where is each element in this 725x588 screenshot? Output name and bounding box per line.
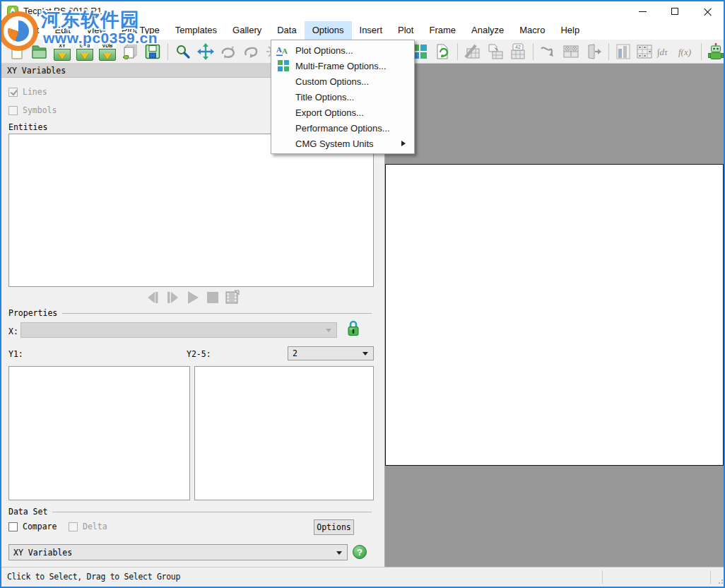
y1-variables-listbox[interactable] bbox=[8, 366, 190, 500]
lines-label: Lines bbox=[23, 87, 47, 97]
data-set-options-button[interactable]: Options bbox=[314, 519, 354, 535]
lines-checkbox-box[interactable] bbox=[8, 88, 18, 97]
measure-grid-button[interactable] bbox=[464, 42, 482, 61]
menu-plot-type[interactable]: Plot Type bbox=[114, 21, 167, 40]
y2-5-combobox[interactable]: 2 bbox=[288, 346, 374, 360]
cell-values-button[interactable] bbox=[635, 42, 654, 61]
rotate-3d-button[interactable] bbox=[242, 42, 260, 61]
entities-listbox[interactable] bbox=[8, 134, 374, 287]
y2-variables-listbox[interactable] bbox=[194, 366, 374, 500]
symbols-checkbox-box[interactable] bbox=[8, 106, 18, 115]
close-button[interactable] bbox=[691, 1, 724, 21]
menu-analyze[interactable]: Analyze bbox=[464, 21, 512, 40]
robot-icon bbox=[708, 43, 724, 60]
menu-plot[interactable]: Plot bbox=[390, 21, 421, 40]
macro-robot-button[interactable] bbox=[707, 42, 724, 61]
copy-frames-button[interactable] bbox=[121, 42, 139, 61]
menu-data[interactable]: Data bbox=[269, 21, 304, 40]
svg-text:f(x): f(x) bbox=[678, 47, 691, 57]
pages-stack-icon bbox=[122, 43, 138, 60]
zoom-button[interactable] bbox=[174, 42, 192, 61]
menu-item-export-options[interactable]: Export Options... bbox=[271, 105, 414, 120]
maximize-button[interactable] bbox=[659, 1, 691, 21]
compare-checkbox-box[interactable] bbox=[8, 522, 18, 531]
menu-bar: Project Edit View Plot Type Templates Ga… bbox=[1, 21, 724, 40]
new-layout-button[interactable] bbox=[8, 42, 26, 61]
refresh-page-icon bbox=[435, 43, 450, 60]
submenu-arrow-icon bbox=[401, 141, 406, 146]
menu-templates[interactable]: Templates bbox=[167, 21, 225, 40]
load-grid-icon: Grid bbox=[76, 42, 93, 61]
menu-item-title-options[interactable]: Title Options... bbox=[271, 89, 414, 105]
menu-view[interactable]: View bbox=[78, 21, 114, 40]
grid-values-icon bbox=[636, 43, 653, 60]
svg-text:z: z bbox=[231, 45, 234, 51]
curve-arrow-icon bbox=[540, 43, 557, 60]
x-variable-combobox[interactable] bbox=[20, 322, 337, 338]
close-icon bbox=[704, 8, 712, 16]
function-button[interactable]: f(x) bbox=[678, 42, 696, 61]
blank-cells-button[interactable] bbox=[562, 42, 580, 61]
toolbar-separator bbox=[701, 43, 702, 60]
load-grid-data-button[interactable]: Grid bbox=[76, 42, 94, 61]
previous-step-button[interactable] bbox=[145, 290, 162, 305]
app-logo-icon bbox=[7, 6, 18, 17]
properties-label: Properties bbox=[8, 308, 57, 318]
minimize-button[interactable] bbox=[626, 1, 659, 21]
status-bar: Click to Select, Drag to Select Group bbox=[1, 567, 724, 587]
menu-gallery[interactable]: Gallery bbox=[225, 21, 269, 40]
help-icon[interactable]: ? bbox=[353, 545, 367, 559]
delta-checkbox-box[interactable] bbox=[69, 522, 78, 531]
resize-grip-icon[interactable] bbox=[719, 582, 720, 584]
load-vdb-icon: VDB bbox=[99, 42, 116, 61]
play-button[interactable] bbox=[184, 290, 201, 305]
integrate-button[interactable]: ∫dτ bbox=[656, 42, 675, 61]
menu-options[interactable]: Options bbox=[305, 21, 352, 40]
refresh-frame-button[interactable] bbox=[433, 42, 452, 61]
menu-item-cmg-system-units[interactable]: CMG System Units bbox=[271, 136, 414, 151]
new-page-icon bbox=[10, 43, 24, 60]
menu-item-plot-options[interactable]: AA Plot Options... bbox=[271, 42, 414, 58]
menu-item-multi-frame-options[interactable]: Multi-Frame Options... bbox=[271, 58, 414, 74]
save-project-button[interactable] bbox=[143, 42, 162, 61]
menu-project[interactable]: Project bbox=[3, 21, 47, 40]
record-animation-button[interactable] bbox=[224, 290, 241, 305]
multi-frame-options-icon bbox=[271, 60, 295, 71]
menu-help[interactable]: Help bbox=[553, 21, 587, 40]
save-icon bbox=[145, 44, 160, 59]
chevron-down-icon bbox=[326, 329, 331, 332]
menu-item-performance-options[interactable]: Performance Options... bbox=[271, 120, 414, 136]
polyline-button[interactable] bbox=[539, 42, 558, 61]
next-step-button[interactable] bbox=[165, 290, 182, 305]
stop-button[interactable] bbox=[204, 290, 221, 305]
open-project-button[interactable] bbox=[30, 42, 49, 61]
ruler-grid-icon bbox=[464, 43, 481, 60]
svg-text:A: A bbox=[282, 47, 288, 55]
menu-edit[interactable]: Edit bbox=[47, 21, 78, 40]
page-to-grid-icon bbox=[487, 43, 504, 60]
rotate-z-button[interactable]: z bbox=[219, 42, 237, 61]
workspace bbox=[385, 64, 724, 567]
title-bar: Tecplot RS 2019 R1 bbox=[1, 1, 724, 21]
load-vdb-data-button[interactable]: VDB bbox=[98, 42, 117, 61]
status-separator bbox=[710, 570, 711, 584]
options-dropdown-menu: AA Plot Options... Multi-Frame Options..… bbox=[271, 40, 415, 154]
compare-label: Compare bbox=[23, 522, 57, 531]
load-xy-data-button[interactable]: XY bbox=[53, 42, 71, 61]
panel-mode-dropdown[interactable]: XY Variables bbox=[8, 544, 348, 560]
exit-view-button[interactable] bbox=[584, 42, 603, 61]
pan-button[interactable] bbox=[196, 42, 215, 61]
probe-value-button[interactable]: 42 bbox=[509, 42, 527, 61]
export-plot-button[interactable] bbox=[486, 42, 505, 61]
load-xy-icon: XY bbox=[54, 42, 71, 61]
menu-macro[interactable]: Macro bbox=[512, 21, 553, 40]
menu-insert[interactable]: Insert bbox=[352, 21, 391, 40]
histogram-button[interactable] bbox=[614, 42, 632, 61]
pan-arrows-icon bbox=[197, 43, 214, 60]
axis-lock-icon[interactable] bbox=[347, 318, 360, 338]
toolbar-separator bbox=[533, 43, 534, 60]
plot-frame[interactable] bbox=[385, 164, 724, 466]
menu-item-custom-options[interactable]: Custom Options... bbox=[271, 74, 414, 89]
data-set-group: Data Set bbox=[8, 507, 376, 517]
menu-frame[interactable]: Frame bbox=[421, 21, 464, 40]
